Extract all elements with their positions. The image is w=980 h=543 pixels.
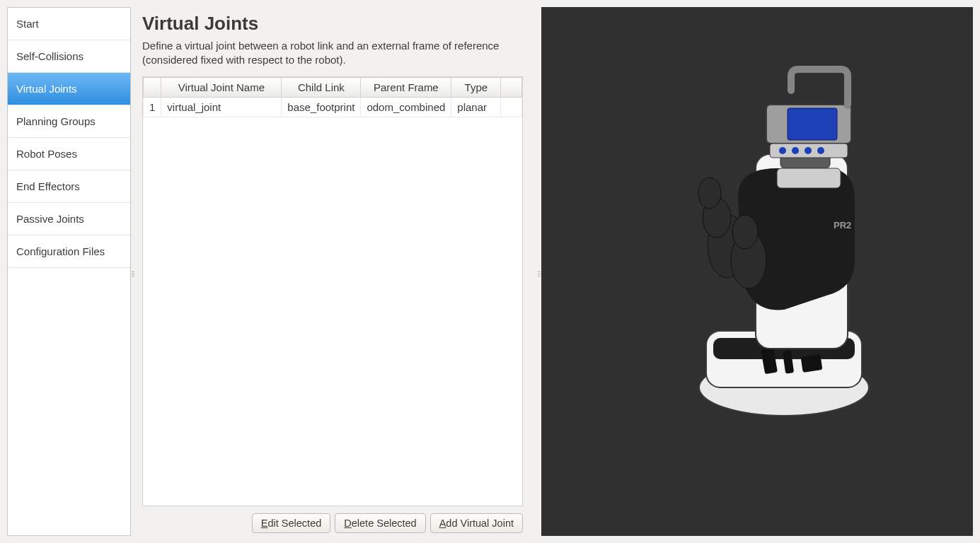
- svg-point-20: [792, 147, 799, 154]
- table-cell-rownum: 1: [144, 98, 161, 117]
- table-cell-parentframe[interactable]: odom_combined: [361, 98, 451, 117]
- robot-icon: PR2: [642, 34, 897, 430]
- mnemonic: E: [261, 518, 268, 529]
- svg-rect-15: [777, 168, 841, 188]
- sidebar-item-label: Robot Poses: [16, 148, 77, 160]
- svg-point-19: [779, 147, 786, 154]
- table-header-row: Virtual Joint Name Child Link Parent Fra…: [144, 78, 522, 98]
- sidebar-item-label: Passive Joints: [16, 213, 84, 225]
- table-cell-childlink[interactable]: base_footprint: [282, 98, 361, 117]
- window: Start Self-Collisions Virtual Joints Pla…: [0, 0, 980, 543]
- sidebar-item-passive-joints[interactable]: Passive Joints: [8, 203, 130, 235]
- svg-point-22: [817, 147, 824, 154]
- table-cell-extra: [501, 98, 522, 117]
- sidebar-item-self-collisions[interactable]: Self-Collisions: [8, 40, 130, 73]
- sidebar-item-label: Virtual Joints: [16, 83, 77, 95]
- sidebar-item-planning-groups[interactable]: Planning Groups: [8, 105, 130, 138]
- table-cell-type[interactable]: planar: [451, 98, 501, 117]
- table-header-rownum[interactable]: [144, 78, 161, 98]
- table-header-parentframe[interactable]: Parent Frame: [361, 78, 451, 98]
- virtual-joints-table-wrap: Virtual Joint Name Child Link Parent Fra…: [142, 76, 523, 506]
- button-label-rest: dd Virtual Joint: [446, 518, 514, 529]
- sidebar-fill: [8, 268, 130, 535]
- sidebar: Start Self-Collisions Virtual Joints Pla…: [7, 7, 131, 536]
- table-header-extra: [501, 78, 522, 98]
- table-cell-name[interactable]: virtual_joint: [161, 98, 282, 117]
- main-panel: Virtual Joints Define a virtual joint be…: [135, 0, 537, 543]
- add-virtual-joint-button[interactable]: Add Virtual Joint: [430, 513, 523, 533]
- mnemonic: D: [344, 518, 351, 529]
- sidebar-item-robot-poses[interactable]: Robot Poses: [8, 138, 130, 170]
- sidebar-item-label: End Effectors: [16, 180, 80, 192]
- sidebar-item-label: Planning Groups: [16, 115, 96, 127]
- svg-rect-5: [801, 354, 823, 373]
- svg-point-10: [698, 177, 721, 209]
- table-header-childlink[interactable]: Child Link: [282, 78, 361, 98]
- button-row: Edit Selected Delete Selected Add Virtua…: [142, 506, 523, 536]
- sidebar-item-configuration-files[interactable]: Configuration Files: [8, 235, 130, 268]
- sidebar-item-end-effectors[interactable]: End Effectors: [8, 170, 130, 203]
- delete-selected-button[interactable]: Delete Selected: [335, 513, 425, 533]
- mnemonic: A: [439, 518, 446, 529]
- table-header-name[interactable]: Virtual Joint Name: [161, 78, 282, 98]
- sidebar-item-start[interactable]: Start: [8, 8, 130, 40]
- table-row[interactable]: 1 virtual_joint base_footprint odom_comb…: [144, 98, 522, 117]
- page-title: Virtual Joints: [142, 13, 523, 35]
- button-label-rest: dit Selected: [268, 518, 322, 529]
- svg-point-12: [732, 215, 758, 249]
- table-header-type[interactable]: Type: [451, 78, 501, 98]
- sidebar-item-label: Self-Collisions: [16, 50, 83, 62]
- svg-rect-17: [788, 108, 837, 140]
- sidebar-item-label: Start: [16, 18, 39, 30]
- svg-text:PR2: PR2: [834, 220, 851, 230]
- sidebar-item-label: Configuration Files: [16, 245, 105, 257]
- svg-point-21: [805, 147, 812, 154]
- virtual-joints-table[interactable]: Virtual Joint Name Child Link Parent Fra…: [143, 77, 522, 117]
- button-label-rest: elete Selected: [352, 518, 417, 529]
- sidebar-item-virtual-joints[interactable]: Virtual Joints: [8, 73, 130, 105]
- page-description: Define a virtual joint between a robot l…: [142, 39, 523, 66]
- edit-selected-button[interactable]: Edit Selected: [252, 513, 330, 533]
- splitter-handle-left[interactable]: [131, 0, 135, 543]
- robot-viewport[interactable]: PR2: [541, 7, 973, 536]
